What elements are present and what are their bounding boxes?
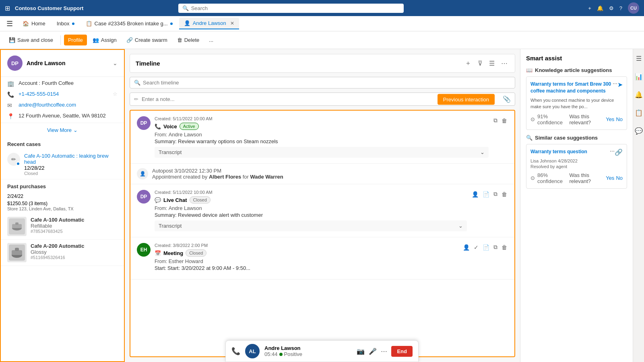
- knowledge-no-link[interactable]: No: [616, 116, 623, 122]
- livechat-action-2[interactable]: 📄: [482, 190, 490, 198]
- gear-icon[interactable]: ⚙: [609, 5, 614, 11]
- search-input[interactable]: [191, 5, 400, 11]
- meeting-delete-icon[interactable]: 🗑: [501, 243, 508, 251]
- meeting-action-1[interactable]: 👤: [462, 243, 471, 251]
- similar-send-icon[interactable]: 🔗: [615, 148, 623, 156]
- knowledge-article-card: Warranty terms for Smart Brew 300 coffee…: [526, 76, 627, 130]
- livechat-transcript-chevron-icon: ⌄: [458, 223, 463, 229]
- sidebar-icon-1[interactable]: ☰: [634, 52, 644, 65]
- call-video-button[interactable]: 📷: [357, 348, 365, 355]
- phone-value[interactable]: +1-425-555-0154: [19, 91, 59, 97]
- center-panel: Timeline ＋ ⊽ ☰ ⋯ 🔍 ✏ Previous interactio…: [125, 49, 520, 362]
- view-timeline-button[interactable]: ☰: [487, 58, 496, 68]
- recent-cases-title: Recent cases: [1, 137, 124, 150]
- star-icon[interactable]: ☆: [113, 91, 118, 97]
- knowledge-card-title[interactable]: Warranty terms for Smart Brew 300 coffee…: [530, 81, 613, 95]
- livechat-transcript-toggle[interactable]: Transcript ⌄: [155, 220, 467, 231]
- tab-home[interactable]: 🏠 Home: [18, 18, 50, 29]
- inbox-dot: [72, 23, 74, 25]
- livechat-action-3[interactable]: ⧉: [493, 190, 498, 198]
- livechat-icon: 💬: [155, 197, 161, 203]
- knowledge-card-more[interactable]: ⋯: [613, 81, 617, 86]
- tab-inbox[interactable]: Inbox: [52, 18, 79, 29]
- phone-icon: 📞: [7, 91, 14, 98]
- delete-button[interactable]: 🗑 Delete: [173, 35, 204, 45]
- sidebar-icon-5[interactable]: 💬: [632, 125, 644, 137]
- main-layout: DP Andre Lawson ⌄ 🏢 Account : Fourth Cof…: [0, 49, 644, 362]
- autopost-icon: 👤: [137, 168, 148, 179]
- toolbar: 💾 Save and close Profile 👥 Assign 🔗 Crea…: [0, 31, 644, 49]
- knowledge-card-header: Warranty terms for Smart Brew 300 coffee…: [530, 81, 623, 95]
- add-timeline-button[interactable]: ＋: [463, 58, 473, 68]
- livechat-delete-icon[interactable]: 🗑: [501, 190, 508, 198]
- voice-delete-icon[interactable]: 🗑: [501, 117, 508, 125]
- similar-card-more[interactable]: ⋯: [610, 148, 615, 154]
- voice-status: Active: [180, 123, 199, 130]
- case-date: 12/28/22: [24, 165, 118, 171]
- view-more-button[interactable]: View More ⌄: [1, 123, 124, 137]
- create-swarm-button[interactable]: 🔗 Create swarm: [122, 35, 171, 45]
- view-more-chevron-icon: ⌄: [73, 127, 78, 133]
- svg-rect-7: [15, 248, 19, 251]
- meeting-entry-meta: Created: 3/8/2022 2:00 PM 📅 Meeting Clos…: [155, 243, 458, 274]
- contact-avatar: DP: [7, 56, 23, 71]
- swarm-icon: 🔗: [126, 37, 133, 43]
- timeline-entry-autopost: 👤 Autopost 3/10/2022 12:30 PM Appointmen…: [130, 164, 514, 184]
- more-timeline-button[interactable]: ⋯: [500, 58, 509, 68]
- meeting-action-2[interactable]: ✓: [473, 243, 479, 251]
- livechat-action-1[interactable]: 👤: [471, 190, 479, 198]
- email-value[interactable]: andre@fourthcoffee.com: [19, 102, 76, 108]
- meeting-action-3[interactable]: 📄: [482, 243, 490, 251]
- knowledge-yes-link[interactable]: Yes: [606, 116, 614, 122]
- save-close-button[interactable]: 💾 Save and close: [5, 35, 57, 45]
- knowledge-section-title: 📖 Knowledge article suggestions: [526, 67, 627, 73]
- filter-timeline-button[interactable]: ⊽: [476, 58, 484, 68]
- assign-button[interactable]: 👥 Assign: [89, 35, 121, 45]
- tab-close-button[interactable]: ✕: [230, 21, 234, 26]
- email-row: ✉ andre@fourthcoffee.com: [7, 102, 118, 109]
- livechat-entry-avatar: DP: [137, 190, 151, 204]
- voice-transcript-toggle[interactable]: Transcript ⌄: [155, 147, 489, 158]
- profile-button[interactable]: Profile: [64, 35, 87, 45]
- voice-label: Voice: [163, 123, 177, 130]
- purchase-img-1: [7, 217, 27, 236]
- tab-case[interactable]: 📋 Case #23345 Broken intake g...: [81, 18, 178, 29]
- right-sidebar: ☰ 📊 🔔 📋 💬: [633, 49, 644, 362]
- plus-icon[interactable]: +: [588, 5, 591, 11]
- call-mute-button[interactable]: 🎤: [369, 348, 377, 355]
- contact-header: DP Andre Lawson ⌄: [1, 50, 124, 77]
- purchase-item-2: Cafe A-200 Automatic Glossy #51169453264…: [1, 240, 124, 266]
- case-title[interactable]: Cafe A-100 Automatic : leaking brew head: [24, 153, 118, 165]
- top-bar-actions: + 🔔 ⚙ ? CU: [588, 2, 639, 14]
- call-more-button[interactable]: ⋯: [381, 348, 387, 355]
- grid-icon[interactable]: ⊞: [5, 4, 10, 12]
- similar-no-link[interactable]: No: [616, 175, 623, 181]
- assign-icon: 👥: [93, 37, 99, 43]
- search-timeline[interactable]: 🔍: [130, 77, 515, 88]
- call-sentiment: Positive: [284, 351, 303, 357]
- hamburger-menu[interactable]: ☰: [3, 18, 16, 30]
- contact-chevron-icon[interactable]: ⌄: [113, 60, 118, 66]
- end-call-button[interactable]: End: [391, 346, 413, 357]
- sidebar-icon-3[interactable]: 🔔: [632, 88, 644, 101]
- sidebar-icon-2[interactable]: 📊: [632, 70, 644, 83]
- attachment-icon[interactable]: 📎: [503, 95, 511, 103]
- knowledge-confidence: 91% confidence: [537, 113, 567, 125]
- more-button[interactable]: ...: [205, 35, 217, 45]
- help-icon[interactable]: ?: [619, 5, 622, 11]
- svg-rect-3: [15, 222, 19, 225]
- meeting-action-4[interactable]: ⧉: [493, 243, 498, 251]
- tab-andre-lawson[interactable]: 👤 Andre Lawson ✕: [179, 18, 239, 29]
- voice-action-1[interactable]: ⧉: [493, 116, 498, 125]
- bell-icon[interactable]: 🔔: [597, 5, 603, 11]
- search-timeline-input[interactable]: [143, 80, 511, 86]
- user-avatar[interactable]: CU: [628, 2, 639, 14]
- voice-entry-avatar: DP: [137, 116, 151, 130]
- search-bar[interactable]: 🔍: [178, 4, 404, 13]
- case-status: Closed: [24, 171, 118, 176]
- confidence-icon: ⊙: [530, 116, 535, 122]
- similar-card-title[interactable]: Warranty terms question: [530, 148, 610, 155]
- sidebar-icon-4[interactable]: 📋: [632, 107, 644, 119]
- similar-yes-link[interactable]: Yes: [606, 175, 614, 181]
- knowledge-send-icon[interactable]: ➤: [617, 81, 623, 88]
